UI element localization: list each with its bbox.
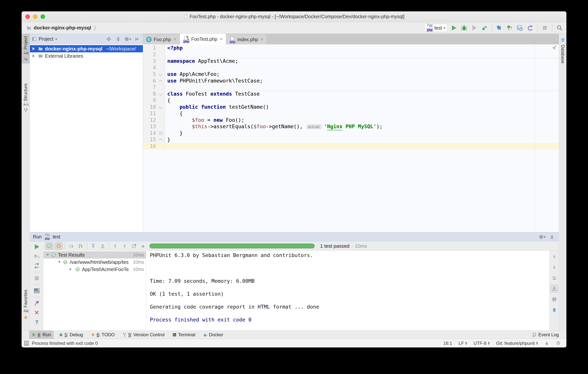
- test-console-output[interactable]: PHPUnit 6.3.0 by Sebastian Bergmann and …: [146, 251, 549, 330]
- breadcrumb[interactable]: docker-nginx-php-mysql: [27, 25, 96, 31]
- code-line[interactable]: 13 $this->assertEquals($foo->getName(), …: [143, 123, 559, 130]
- event-log-button[interactable]: Event Log: [532, 332, 559, 337]
- show-ignored-toggle[interactable]: [54, 242, 63, 250]
- print-button[interactable]: [550, 295, 558, 303]
- expand-arrow-icon[interactable]: [32, 47, 36, 50]
- code-line[interactable]: 10 public function testGetName(): [143, 104, 559, 110]
- project-tree-item-External Libraries[interactable]: External Libraries: [30, 52, 143, 60]
- import-test-results-button[interactable]: [130, 242, 138, 250]
- caret-up-button[interactable]: [550, 253, 558, 261]
- zoom-window-button[interactable]: [41, 14, 45, 19]
- expand-arrow-icon[interactable]: [70, 268, 73, 271]
- cursor-position[interactable]: 16:1: [443, 341, 452, 346]
- select-opened-file-button[interactable]: [105, 35, 113, 43]
- help-button[interactable]: ?: [33, 319, 41, 326]
- fold-marker-icon[interactable]: [158, 130, 165, 137]
- toggle-auto-test-button[interactable]: [33, 262, 41, 269]
- expand-all-button[interactable]: [89, 242, 97, 250]
- toolwindow-button-version-control[interactable]: 9: Version Control: [120, 330, 167, 339]
- hide-panel-button[interactable]: [548, 233, 556, 241]
- search-everywhere-button[interactable]: [556, 24, 563, 32]
- code-line[interactable]: 1<?php: [143, 45, 559, 51]
- code-editor[interactable]: 1<?php23namespace AppTest\Acme;45use App…: [143, 44, 559, 232]
- expand-arrow-icon[interactable]: [58, 261, 61, 264]
- run-with-coverage-button[interactable]: [471, 24, 478, 32]
- test-tree-item[interactable]: Test Results10ms: [43, 251, 146, 259]
- stripe-button-structure[interactable]: 7: Structure: [21, 81, 30, 115]
- tab-close-icon[interactable]: ✕: [173, 37, 177, 42]
- previous-failed-test-button[interactable]: [111, 242, 119, 250]
- toolwindow-button-terminal[interactable]: Terminal: [170, 330, 198, 339]
- tab-Foo.php[interactable]: CFoo.php✕: [143, 34, 180, 44]
- close-window-button[interactable]: [25, 14, 30, 19]
- stop-button[interactable]: [541, 24, 549, 32]
- attach-debugger-button[interactable]: [481, 24, 488, 32]
- code-line[interactable]: 3namespace AppTest\Acme;: [143, 58, 559, 65]
- debug-button[interactable]: [460, 24, 468, 32]
- rerun-tests-button[interactable]: [33, 243, 41, 251]
- rollback-button[interactable]: [526, 24, 534, 32]
- chevron-down-icon[interactable]: ▾: [55, 37, 57, 41]
- minimize-window-button[interactable]: [33, 14, 38, 19]
- code-line[interactable]: 8class FooTest extends TestCase: [143, 91, 559, 97]
- code-line[interactable]: 11 {: [143, 110, 559, 117]
- next-failed-test-button[interactable]: [120, 242, 129, 250]
- tab-close-icon[interactable]: ✕: [260, 37, 264, 42]
- more-actions-button[interactable]: »: [141, 243, 145, 249]
- run-panel-header[interactable]: Run ✓ php test ▾: [30, 232, 559, 242]
- restore-layout-button[interactable]: [33, 287, 41, 295]
- code-line[interactable]: 14 }: [143, 130, 559, 137]
- collapse-all-button[interactable]: [115, 35, 122, 43]
- breadcrumb-project[interactable]: docker-nginx-php-mysql: [34, 25, 91, 31]
- panel-settings-button[interactable]: ▾: [538, 233, 546, 241]
- git-branch-selector[interactable]: Git: feature/phpunit: [496, 341, 538, 346]
- update-project-button[interactable]: [495, 24, 503, 32]
- expand-arrow-icon[interactable]: [32, 55, 36, 57]
- sort-by-duration-toggle[interactable]: [76, 242, 85, 250]
- commit-changes-button[interactable]: [506, 24, 513, 32]
- stripe-button-favorites[interactable]: 2: Favorites★: [21, 287, 30, 323]
- project-tree-item-docker-nginx-php-mysql[interactable]: docker-nginx-php-mysql~/Workspace/: [30, 45, 143, 52]
- fold-marker-icon[interactable]: [158, 71, 165, 77]
- code-line[interactable]: 7: [143, 84, 559, 91]
- show-passed-toggle[interactable]: [45, 242, 53, 250]
- scroll-to-end-toggle[interactable]: [550, 285, 558, 293]
- stripe-button-project[interactable]: 1: Project: [21, 34, 30, 64]
- code-line[interactable]: 4: [143, 65, 559, 71]
- sort-alphabetically-toggle[interactable]: [67, 242, 75, 250]
- code-line[interactable]: 6use PHPUnit\Framework\TestCase;: [143, 77, 559, 84]
- titlebar[interactable]: FooTest.php - docker-nginx-php-mysql - […: [21, 11, 567, 22]
- test-tree-item[interactable]: /var/www/html/web/app/tests10ms: [43, 259, 146, 266]
- expand-arrow-icon[interactable]: [46, 254, 49, 257]
- soft-wrap-toggle[interactable]: [550, 274, 558, 282]
- tab-index.php[interactable]: phpindex.php✕: [226, 34, 267, 44]
- fold-marker-icon[interactable]: [158, 136, 165, 143]
- code-line[interactable]: 16: [143, 143, 559, 150]
- rerun-failed-tests-button[interactable]: [33, 253, 41, 260]
- fold-marker-icon[interactable]: [158, 91, 165, 97]
- code-line[interactable]: 9{: [143, 97, 559, 104]
- recent-changes-button[interactable]: [516, 24, 524, 32]
- code-line[interactable]: 15}: [143, 136, 559, 143]
- hide-panel-button[interactable]: [133, 35, 141, 43]
- pin-tab-button[interactable]: [33, 299, 41, 307]
- line-separator-selector[interactable]: LF: [459, 341, 467, 346]
- toolwindow-button-docker[interactable]: Docker: [201, 330, 226, 339]
- inspection-status-icon[interactable]: [552, 45, 557, 50]
- run-configuration-selector[interactable]: ✓ php test ▾: [424, 24, 447, 32]
- encoding-selector[interactable]: UTF-8: [473, 341, 490, 346]
- fold-marker-icon[interactable]: [158, 77, 165, 84]
- tab-close-icon[interactable]: ✕: [220, 37, 223, 41]
- close-panel-button[interactable]: ✕: [33, 309, 41, 317]
- toolwindow-button-run[interactable]: 4: Run: [29, 330, 54, 339]
- stop-button[interactable]: [33, 275, 41, 282]
- toolwindow-button-todo[interactable]: 6: TODO: [88, 330, 117, 339]
- toolwindow-button-debug[interactable]: 5: Debug: [56, 330, 86, 339]
- tab-FooTest.php[interactable]: phpFooTest.php✕: [180, 34, 226, 44]
- caret-down-button[interactable]: [550, 264, 558, 271]
- fold-marker-icon[interactable]: [158, 104, 165, 110]
- code-line[interactable]: 12 $foo = new Foo();: [143, 117, 559, 123]
- code-line[interactable]: 5use App\Acme\Foo;: [143, 71, 559, 77]
- code-line[interactable]: 2: [143, 51, 559, 58]
- inspection-profile-icon[interactable]: [556, 341, 561, 346]
